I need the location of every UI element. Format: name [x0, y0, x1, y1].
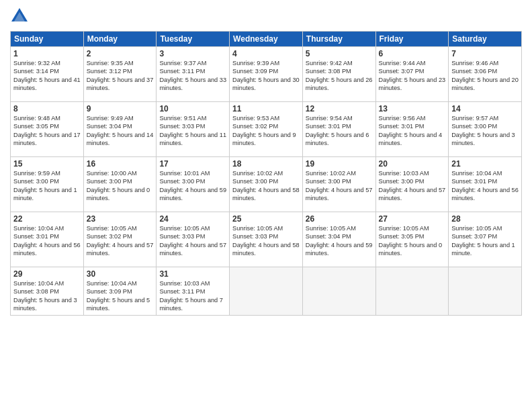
day-number: 16 [87, 159, 154, 169]
day-number: 5 [306, 49, 373, 58]
day-number: 30 [87, 269, 154, 279]
day-info: Sunrise: 9:57 AMSunset: 3:00 PMDaylight:… [451, 115, 515, 146]
day-number: 17 [159, 159, 226, 169]
day-info: Sunrise: 10:00 AMSunset: 3:00 PMDaylight… [87, 170, 150, 201]
day-number: 28 [451, 214, 519, 224]
day-info: Sunrise: 10:04 AMSunset: 3:09 PMDaylight… [87, 280, 150, 312]
calendar-cell: 23Sunrise: 10:05 AMSunset: 3:02 PMDaylig… [83, 212, 157, 267]
day-info: Sunrise: 10:05 AMSunset: 3:07 PMDaylight… [451, 225, 515, 257]
day-info: Sunrise: 9:46 AMSunset: 3:06 PMDaylight:… [451, 60, 519, 91]
calendar-cell: 15Sunrise: 9:59 AMSunset: 3:00 PMDayligh… [11, 157, 84, 212]
day-info: Sunrise: 9:39 AMSunset: 3:09 PMDaylight:… [232, 60, 300, 91]
day-info: Sunrise: 9:42 AMSunset: 3:08 PMDaylight:… [306, 60, 373, 91]
day-number: 23 [87, 214, 154, 224]
day-number: 14 [451, 104, 519, 113]
calendar-cell: 29Sunrise: 10:04 AMSunset: 3:08 PMDaylig… [11, 267, 84, 316]
day-info: Sunrise: 10:05 AMSunset: 3:04 PMDaylight… [306, 225, 373, 257]
day-number: 20 [379, 159, 446, 169]
day-number: 24 [159, 214, 226, 224]
calendar-cell: 28Sunrise: 10:05 AMSunset: 3:07 PMDaylig… [449, 212, 522, 267]
day-info: Sunrise: 9:48 AMSunset: 3:05 PMDaylight:… [13, 115, 81, 146]
day-number: 13 [379, 104, 446, 113]
day-number: 19 [306, 159, 373, 169]
day-info: Sunrise: 10:03 AMSunset: 3:11 PMDaylight… [159, 280, 223, 312]
day-number: 22 [13, 214, 81, 224]
calendar-cell: 30Sunrise: 10:04 AMSunset: 3:09 PMDaylig… [83, 267, 157, 316]
weekday-header: Friday [375, 32, 449, 47]
calendar-cell: 24Sunrise: 10:05 AMSunset: 3:03 PMDaylig… [157, 212, 230, 267]
day-info: Sunrise: 9:44 AMSunset: 3:07 PMDaylight:… [379, 60, 446, 91]
day-number: 18 [232, 159, 300, 169]
calendar-cell: 17Sunrise: 10:01 AMSunset: 3:00 PMDaylig… [157, 157, 230, 212]
calendar-cell: 13Sunrise: 9:56 AMSunset: 3:01 PMDayligh… [375, 102, 449, 157]
logo-icon [10, 7, 29, 26]
day-info: Sunrise: 10:04 AMSunset: 3:08 PMDaylight… [13, 280, 77, 312]
day-info: Sunrise: 10:05 AMSunset: 3:03 PMDaylight… [232, 225, 300, 257]
day-info: Sunrise: 10:05 AMSunset: 3:02 PMDaylight… [87, 225, 154, 257]
page-header [10, 7, 522, 26]
weekday-header: Tuesday [157, 32, 230, 47]
calendar-cell: 14Sunrise: 9:57 AMSunset: 3:00 PMDayligh… [449, 102, 522, 157]
day-info: Sunrise: 9:53 AMSunset: 3:02 PMDaylight:… [232, 115, 296, 146]
day-info: Sunrise: 9:59 AMSunset: 3:00 PMDaylight:… [13, 170, 77, 201]
day-info: Sunrise: 9:56 AMSunset: 3:01 PMDaylight:… [379, 115, 443, 146]
day-number: 29 [13, 269, 81, 279]
day-info: Sunrise: 9:32 AMSunset: 3:14 PMDaylight:… [13, 60, 81, 91]
weekday-header: Sunday [11, 32, 84, 47]
calendar-table: SundayMondayTuesdayWednesdayThursdayFrid… [10, 31, 522, 316]
day-info: Sunrise: 10:01 AMSunset: 3:00 PMDaylight… [159, 170, 226, 201]
day-number: 10 [159, 104, 226, 113]
day-info: Sunrise: 9:37 AMSunset: 3:11 PMDaylight:… [159, 60, 226, 91]
day-number: 3 [159, 49, 226, 58]
day-number: 11 [232, 104, 300, 113]
logo [10, 7, 31, 26]
calendar-cell: 9Sunrise: 9:49 AMSunset: 3:04 PMDaylight… [83, 102, 157, 157]
calendar-cell: 11Sunrise: 9:53 AMSunset: 3:02 PMDayligh… [230, 102, 303, 157]
calendar-cell: 27Sunrise: 10:05 AMSunset: 3:05 PMDaylig… [375, 212, 449, 267]
calendar-cell: 18Sunrise: 10:02 AMSunset: 3:00 PMDaylig… [230, 157, 303, 212]
day-number: 26 [306, 214, 373, 224]
calendar-cell: 19Sunrise: 10:02 AMSunset: 3:00 PMDaylig… [302, 157, 375, 212]
weekday-header: Monday [83, 32, 157, 47]
calendar-cell [449, 267, 522, 316]
day-number: 4 [232, 49, 300, 58]
day-info: Sunrise: 10:05 AMSunset: 3:05 PMDaylight… [379, 225, 443, 257]
weekday-header: Saturday [449, 32, 522, 47]
day-number: 1 [13, 49, 81, 58]
day-info: Sunrise: 9:35 AMSunset: 3:12 PMDaylight:… [87, 60, 154, 91]
calendar-cell: 10Sunrise: 9:51 AMSunset: 3:03 PMDayligh… [157, 102, 230, 157]
day-number: 9 [87, 104, 154, 113]
day-info: Sunrise: 10:03 AMSunset: 3:00 PMDaylight… [379, 170, 446, 201]
day-number: 8 [13, 104, 81, 113]
calendar-cell: 31Sunrise: 10:03 AMSunset: 3:11 PMDaylig… [157, 267, 230, 316]
calendar-cell: 6Sunrise: 9:44 AMSunset: 3:07 PMDaylight… [375, 47, 449, 102]
calendar-cell [230, 267, 303, 316]
calendar-cell: 1Sunrise: 9:32 AMSunset: 3:14 PMDaylight… [11, 47, 84, 102]
calendar-cell [302, 267, 375, 316]
day-number: 25 [232, 214, 300, 224]
calendar-cell: 25Sunrise: 10:05 AMSunset: 3:03 PMDaylig… [230, 212, 303, 267]
day-number: 21 [451, 159, 519, 169]
day-number: 2 [87, 49, 154, 58]
calendar-cell: 3Sunrise: 9:37 AMSunset: 3:11 PMDaylight… [157, 47, 230, 102]
day-info: Sunrise: 10:04 AMSunset: 3:01 PMDaylight… [451, 170, 519, 201]
day-number: 15 [13, 159, 81, 169]
weekday-header: Wednesday [230, 32, 303, 47]
day-info: Sunrise: 10:02 AMSunset: 3:00 PMDaylight… [306, 170, 373, 201]
calendar-cell: 21Sunrise: 10:04 AMSunset: 3:01 PMDaylig… [449, 157, 522, 212]
calendar-cell: 4Sunrise: 9:39 AMSunset: 3:09 PMDaylight… [230, 47, 303, 102]
calendar-cell: 20Sunrise: 10:03 AMSunset: 3:00 PMDaylig… [375, 157, 449, 212]
day-number: 31 [159, 269, 226, 279]
calendar-cell: 12Sunrise: 9:54 AMSunset: 3:01 PMDayligh… [302, 102, 375, 157]
calendar-cell: 16Sunrise: 10:00 AMSunset: 3:00 PMDaylig… [83, 157, 157, 212]
day-info: Sunrise: 10:04 AMSunset: 3:01 PMDaylight… [13, 225, 81, 257]
day-number: 12 [306, 104, 373, 113]
calendar-cell: 26Sunrise: 10:05 AMSunset: 3:04 PMDaylig… [302, 212, 375, 267]
day-info: Sunrise: 10:05 AMSunset: 3:03 PMDaylight… [159, 225, 226, 257]
day-number: 27 [379, 214, 446, 224]
day-number: 6 [379, 49, 446, 58]
day-info: Sunrise: 9:54 AMSunset: 3:01 PMDaylight:… [306, 115, 369, 146]
calendar-cell: 2Sunrise: 9:35 AMSunset: 3:12 PMDaylight… [83, 47, 157, 102]
day-info: Sunrise: 10:02 AMSunset: 3:00 PMDaylight… [232, 170, 300, 201]
weekday-header: Thursday [302, 32, 375, 47]
